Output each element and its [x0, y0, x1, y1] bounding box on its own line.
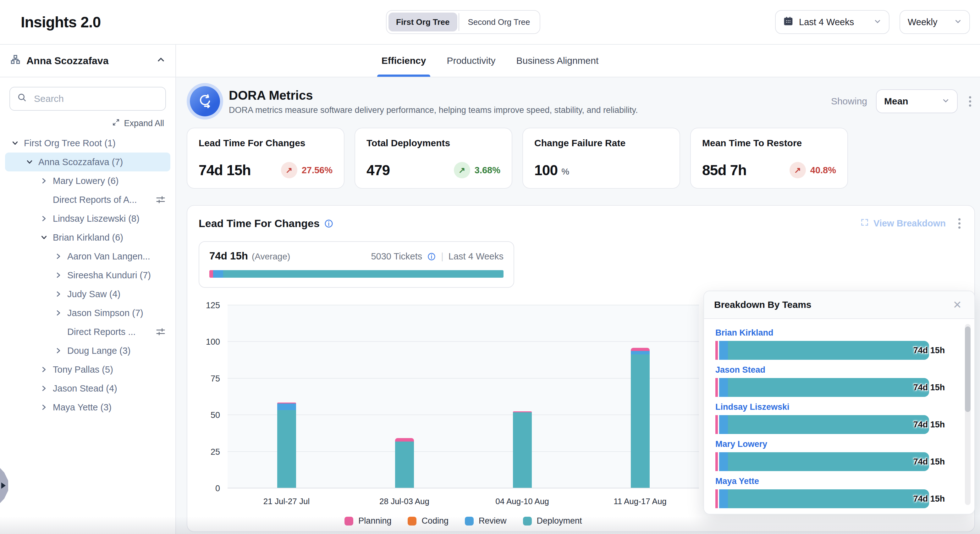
tree-item-label: Sireesha Kunduri (7): [67, 270, 151, 281]
org-tree-toggle-second-label: Second Org Tree: [468, 17, 530, 27]
chevron-right-icon[interactable]: [39, 214, 49, 223]
search-input[interactable]: [33, 93, 158, 105]
org-tree: First Org Tree Root (1)Anna Scozzafava (…: [0, 132, 175, 418]
chevron-right-icon[interactable]: [39, 402, 49, 412]
aggregation-select[interactable]: Mean: [876, 89, 958, 113]
tab-business-alignment[interactable]: Business Alignment: [514, 45, 600, 77]
team-bar-segment-planning: [715, 489, 718, 508]
x-axis-label: 11 Aug-17 Aug: [614, 497, 667, 506]
bar-column-04-aug-10-aug: [513, 411, 532, 488]
dora-description: DORA metrics measure software delivery p…: [229, 105, 638, 115]
chevron-down-icon[interactable]: [39, 233, 49, 242]
tree-item-mary-lowery-6[interactable]: Mary Lowery (6): [5, 171, 170, 190]
tabs-group: EfficiencyProductivityBusiness Alignment: [380, 45, 601, 77]
tree-item-jason-simpson-7[interactable]: Jason Simpson (7): [5, 303, 170, 322]
chevron-right-icon[interactable]: [53, 289, 64, 299]
info-icon[interactable]: [324, 219, 334, 228]
sidebar-collapse-button[interactable]: [156, 55, 165, 66]
chevron-right-icon[interactable]: [39, 176, 49, 186]
tickets-info-icon[interactable]: [427, 252, 436, 261]
tree-item-jason-stead-4[interactable]: Jason Stead (4): [5, 379, 170, 398]
chevron-right-icon[interactable]: [53, 251, 64, 261]
trend-up-arrow-icon: ↗: [281, 162, 298, 178]
tree-item-tony-pallas-5[interactable]: Tony Pallas (5): [5, 360, 170, 379]
view-breakdown-button[interactable]: View Breakdown: [860, 218, 946, 229]
tree-item-aaron-van-langen[interactable]: Aaron Van Langen...: [5, 247, 170, 266]
date-range-select[interactable]: Last 4 Weeks: [775, 10, 889, 34]
x-axis-label: 28 Jul-03 Aug: [379, 497, 430, 506]
team-bar-segment-review: [719, 489, 728, 508]
metric-card-lead-time-for-changes: Lead Time For Changes74d 15h↗27.56%: [187, 128, 344, 189]
tree-item-direct-reports[interactable]: Direct Reports ...: [5, 322, 170, 341]
filters-icon[interactable]: [156, 327, 165, 336]
tree-item-label: First Org Tree Root (1): [24, 138, 116, 148]
tree-item-label: Judy Saw (4): [67, 289, 120, 300]
tab-label: Efficiency: [382, 55, 426, 66]
metrics-row: Lead Time For Changes74d 15h↗27.56%Total…: [187, 128, 975, 189]
team-bar-segment-deployment: [728, 415, 929, 434]
team-name-link[interactable]: Mary Lowery: [715, 439, 767, 449]
chevron-right-icon[interactable]: [53, 270, 64, 280]
tree-item-judy-saw-4[interactable]: Judy Saw (4): [5, 285, 170, 303]
team-bar-segment-review: [719, 378, 728, 397]
close-button[interactable]: ✕: [950, 298, 965, 311]
team-bar-segment-planning: [715, 452, 718, 471]
legend-swatch: [465, 517, 474, 526]
team-value-label: 74d 15h: [913, 383, 945, 392]
org-tree-toggle-second[interactable]: Second Org Tree: [460, 13, 538, 32]
metric-card-mean-time-to-restore: Mean Time To Restore85d 7h↗40.8%: [690, 128, 848, 189]
chevron-right-icon[interactable]: [53, 308, 64, 318]
chevron-down-icon[interactable]: [24, 157, 35, 167]
chart-more-options-icon[interactable]: [956, 216, 963, 231]
team-name-link[interactable]: Maya Yette: [715, 477, 759, 486]
tree-item-first-org-tree-root-1[interactable]: First Org Tree Root (1): [5, 134, 170, 153]
chart-title: Lead Time For Changes: [199, 217, 334, 230]
legend-label: Review: [479, 516, 507, 526]
average-stacked-bar: [209, 270, 504, 278]
team-bar-fill: [715, 378, 929, 397]
chevron-right-icon[interactable]: [39, 383, 49, 394]
org-tree-toggle-first[interactable]: First Org Tree: [388, 13, 457, 32]
expand-all-button[interactable]: Expand All: [0, 111, 175, 132]
filters-icon[interactable]: [156, 195, 165, 204]
aggregation-value: Mean: [884, 96, 908, 107]
tree-item-label: Lindsay Liszewski (8): [53, 214, 140, 224]
tree-item-maya-yette-3[interactable]: Maya Yette (3): [5, 398, 170, 417]
tree-item-brian-kirkland-6[interactable]: Brian Kirkland (6): [5, 228, 170, 247]
team-bar-segment-planning: [715, 415, 718, 434]
team-stacked-bar: 74d 15h: [715, 452, 956, 471]
granularity-select[interactable]: Weekly: [900, 10, 970, 34]
x-axis-label: 04 Aug-10 Aug: [495, 497, 549, 506]
tab-efficiency[interactable]: Efficiency: [380, 45, 428, 77]
chevron-down-icon[interactable]: [10, 138, 20, 148]
team-name-link[interactable]: Lindsay Liszewski: [715, 402, 789, 412]
dora-more-options-icon[interactable]: [966, 94, 974, 109]
tree-item-label: Doug Lange (3): [67, 346, 131, 356]
tabs-bar: EfficiencyProductivityBusiness Alignment: [176, 45, 980, 77]
tree-item-sireesha-kunduri-7[interactable]: Sireesha Kunduri (7): [5, 266, 170, 285]
team-name-link[interactable]: Brian Kirkland: [715, 328, 773, 338]
tree-item-doug-lange-3[interactable]: Doug Lange (3): [5, 341, 170, 360]
team-value-label: 74d 15h: [913, 457, 945, 467]
tree-item-label: Aaron Van Langen...: [67, 251, 150, 261]
chevron-spacer: [53, 327, 64, 337]
tree-item-direct-reports-of-a[interactable]: Direct Reports of A...: [5, 190, 170, 209]
chevron-down-icon: [942, 96, 950, 107]
chevron-right-icon[interactable]: [39, 365, 49, 375]
dora-section-header: DORA Metrics DORA metrics measure softwa…: [187, 86, 975, 116]
close-icon: ✕: [953, 299, 962, 311]
team-stacked-bar: 74d 15h: [715, 341, 956, 360]
tree-item-lindsay-liszewski-8[interactable]: Lindsay Liszewski (8): [5, 209, 170, 228]
metric-value: 74d 15h: [199, 162, 251, 179]
tree-item-label: Brian Kirkland (6): [53, 233, 123, 243]
panel-scrollbar-thumb[interactable]: [965, 327, 970, 412]
tree-item-anna-scozzafava-7[interactable]: Anna Scozzafava (7): [5, 153, 170, 171]
tree-item-label: Anna Scozzafava (7): [38, 157, 123, 167]
average-card: 74d 15h (Average) 5030 Tickets | Last 4 …: [199, 241, 514, 288]
sidebar: Anna Scozzafava Expand All First Org Tre…: [0, 45, 176, 534]
chevron-right-icon[interactable]: [53, 346, 64, 356]
team-row-brian-kirkland: Brian Kirkland74d 15h: [715, 327, 956, 360]
team-name-link[interactable]: Jason Stead: [715, 365, 765, 375]
legend-swatch: [523, 517, 532, 526]
tab-productivity[interactable]: Productivity: [445, 45, 497, 77]
